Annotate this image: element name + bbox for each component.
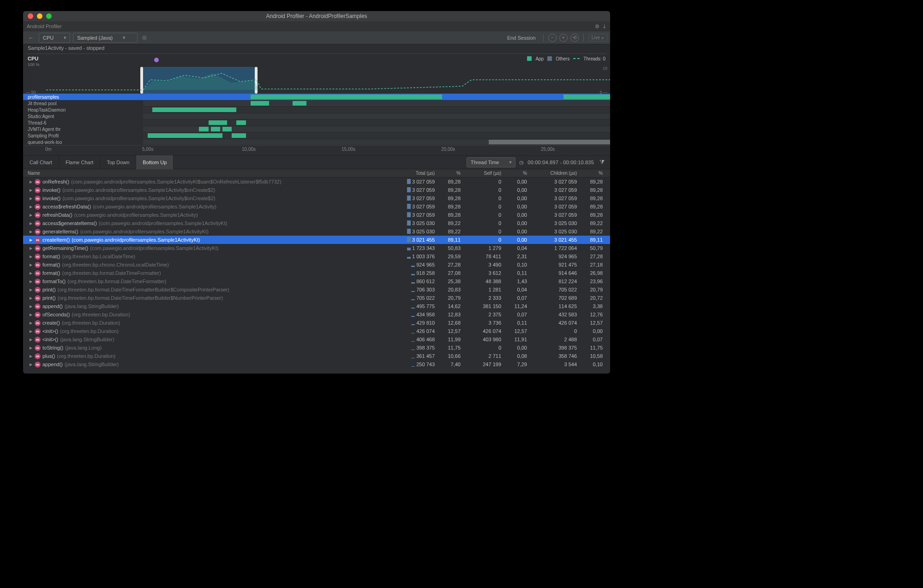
thread-row[interactable]: Studio:Agent — [23, 113, 610, 119]
thread-row[interactable]: JVMTI Agent thr — [23, 126, 610, 132]
thread-row[interactable]: Thread-6 — [23, 119, 610, 126]
col-total-pct[interactable]: % — [438, 171, 463, 176]
expand-icon[interactable]: ▶ — [29, 296, 33, 300]
table-row[interactable]: ▶m<init>() (org.threeten.bp.Duration)426… — [23, 327, 610, 335]
tab-call-chart[interactable]: Call Chart — [23, 155, 59, 169]
table-row[interactable]: ▶mprint() (org.threeten.bp.format.DateTi… — [23, 285, 610, 294]
expand-icon[interactable]: ▶ — [29, 221, 33, 226]
table-row[interactable]: ▶minvoke() (com.pawegio.androidprofilers… — [23, 194, 610, 202]
expand-icon[interactable]: ▶ — [29, 354, 33, 358]
cell-total: 1 723 343 — [396, 245, 438, 251]
expand-icon[interactable]: ▶ — [29, 255, 33, 259]
expand-icon[interactable]: ▶ — [29, 205, 33, 209]
total-bar-icon — [407, 237, 411, 243]
thread-time-dropdown[interactable]: Thread Time ▼ — [467, 157, 516, 167]
close-window-button[interactable] — [28, 13, 33, 19]
back-button[interactable]: ← — [26, 33, 36, 43]
tab-flame-chart[interactable]: Flame Chart — [59, 155, 101, 169]
method-name: onRefresh() — [42, 179, 69, 184]
table-row[interactable]: ▶mcreateItem() (com.pawegio.androidprofi… — [23, 236, 610, 244]
thread-row[interactable]: profilersamples — [23, 94, 610, 100]
table-row[interactable]: ▶m<init>() (java.lang.StringBuilder)406 … — [23, 335, 610, 344]
expand-icon[interactable]: ▶ — [29, 329, 33, 333]
breadcrumb[interactable]: Android Profiler — [27, 24, 62, 29]
zoom-out-button[interactable]: − — [548, 34, 557, 42]
table-row[interactable]: ▶mappend() (java.lang.StringBuilder)250 … — [23, 360, 610, 368]
table-row[interactable]: ▶mformat() (org.threeten.bp.LocalDateTim… — [23, 252, 610, 261]
method-name: refreshData() — [42, 212, 72, 218]
table-row[interactable]: ▶mformatTo() (org.threeten.bp.format.Dat… — [23, 277, 610, 285]
thread-row[interactable]: Jit thread pool — [23, 100, 610, 107]
table-row[interactable]: ▶maccess$refreshData() (com.pawegio.andr… — [23, 202, 610, 211]
end-session-button[interactable]: End Session — [507, 35, 536, 41]
tab-top-down[interactable]: Top Down — [100, 155, 136, 169]
table-row[interactable]: ▶minvoke() (com.pawegio.androidprofilers… — [23, 186, 610, 194]
table-row[interactable]: ▶mgetRemainingTime() (com.pawegio.androi… — [23, 244, 610, 252]
live-button[interactable]: Live▸ — [588, 34, 607, 42]
tab-bottom-up[interactable]: Bottom Up — [136, 155, 174, 169]
table-row[interactable]: ▶monRefresh() (com.pawegio.androidprofil… — [23, 178, 610, 186]
cell-total: 3 027 059 — [396, 187, 438, 193]
profiler-type-dropdown[interactable]: CPU ▼ — [39, 33, 70, 43]
cell-children: 3 027 059 — [530, 204, 580, 209]
record-button[interactable] — [142, 36, 147, 40]
table-row[interactable]: ▶mplus() (org.threeten.bp.Duration)361 4… — [23, 352, 610, 360]
cpu-timeline-chart[interactable]: 10 — 50 5 — — [23, 67, 610, 94]
method-table[interactable]: ▶monRefresh() (com.pawegio.androidprofil… — [23, 178, 610, 374]
zoom-in-button[interactable]: + — [559, 34, 568, 42]
thread-row[interactable]: Sampling Profil — [23, 132, 610, 139]
table-row[interactable]: ▶mgenerateItems() (com.pawegio.androidpr… — [23, 227, 610, 236]
threads-list: profilersamplesJit thread poolHeapTaskDa… — [23, 94, 610, 145]
expand-icon[interactable]: ▶ — [29, 238, 33, 242]
table-row[interactable]: ▶mofSeconds() (org.threeten.bp.Duration)… — [23, 310, 610, 319]
minimize-panel-icon[interactable]: ⤓ — [602, 24, 606, 30]
col-self-pct[interactable]: % — [504, 171, 530, 176]
zoom-window-button[interactable] — [46, 13, 52, 19]
expand-icon[interactable]: ▶ — [29, 213, 33, 217]
expand-icon[interactable]: ▶ — [29, 304, 33, 309]
col-children[interactable]: Children (µs) — [530, 171, 580, 176]
gear-icon[interactable]: ⚙ — [595, 24, 599, 30]
table-row[interactable]: ▶mformat() (org.threeten.bp.format.DateT… — [23, 269, 610, 277]
expand-icon[interactable]: ▶ — [29, 288, 33, 292]
row-name-cell: ▶m<init>() (java.lang.StringBuilder) — [23, 337, 396, 343]
thread-row[interactable]: queued-work-loo — [23, 139, 610, 145]
expand-icon[interactable]: ▶ — [29, 271, 33, 275]
table-row[interactable]: ▶mtoString() (java.lang.Long)398 37511,7… — [23, 344, 610, 352]
expand-icon[interactable]: ▶ — [29, 313, 33, 317]
cell-total: 3 025 030 — [396, 220, 438, 226]
col-total[interactable]: Total (µs) — [396, 171, 438, 176]
table-row[interactable]: ▶mappend() (java.lang.StringBuilder)495 … — [23, 302, 610, 310]
activity-segment — [232, 133, 246, 138]
col-name[interactable]: Name — [23, 171, 396, 176]
expand-icon[interactable]: ▶ — [29, 188, 33, 192]
expand-icon[interactable]: ▶ — [29, 279, 33, 284]
cell-self: 3 736 — [463, 320, 504, 326]
expand-icon[interactable]: ▶ — [29, 196, 33, 201]
table-row[interactable]: ▶mformat() (org.threeten.bp.chrono.Chron… — [23, 261, 610, 269]
expand-icon[interactable]: ▶ — [29, 338, 33, 342]
table-row[interactable]: ▶mcreate() (org.threeten.bp.Duration)429… — [23, 319, 610, 327]
reset-zoom-button[interactable]: ⟲ — [570, 34, 579, 42]
row-name-cell: ▶mprint() (org.threeten.bp.format.DateTi… — [23, 287, 396, 293]
method-icon: m — [35, 345, 41, 351]
table-row[interactable]: ▶mprint() (org.threeten.bp.format.DateTi… — [23, 294, 610, 302]
col-children-pct[interactable]: % — [580, 171, 605, 176]
cell-self-pct: 0,00 — [504, 204, 530, 209]
expand-icon[interactable]: ▶ — [29, 263, 33, 267]
table-row[interactable]: ▶mrefreshData() (com.pawegio.androidprof… — [23, 211, 610, 219]
table-row[interactable]: ▶maccess$generateItems() (com.pawegio.an… — [23, 219, 610, 227]
expand-icon[interactable]: ▶ — [29, 321, 33, 325]
cell-total-pct: 20,83 — [438, 287, 463, 292]
expand-icon[interactable]: ▶ — [29, 246, 33, 250]
time-tick: 10,00s — [242, 147, 256, 152]
col-self[interactable]: Self (µs) — [463, 171, 504, 176]
expand-icon[interactable]: ▶ — [29, 346, 33, 350]
filter-icon[interactable]: ⧩ — [598, 159, 606, 166]
thread-row[interactable]: HeapTaskDaemon — [23, 107, 610, 113]
sampling-mode-dropdown[interactable]: Sampled (Java) ▼ — [73, 33, 138, 43]
expand-icon[interactable]: ▶ — [29, 230, 33, 234]
expand-icon[interactable]: ▶ — [29, 362, 33, 367]
minimize-window-button[interactable] — [37, 13, 42, 19]
expand-icon[interactable]: ▶ — [29, 180, 33, 184]
